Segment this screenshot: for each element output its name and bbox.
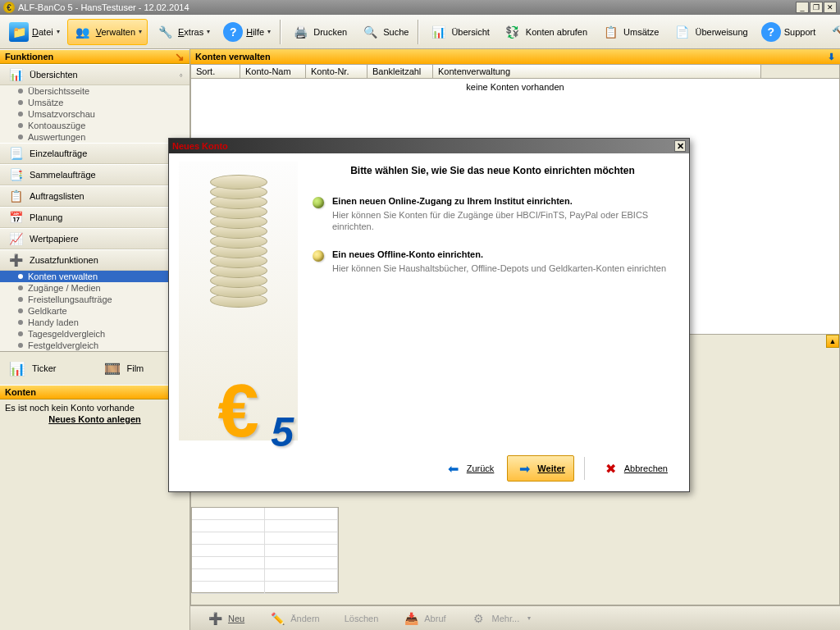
nav-einzelauftraege[interactable]: 📃 Einzelaufträge	[0, 143, 189, 164]
help-icon: ?	[223, 22, 243, 42]
folder-icon: 📁	[9, 22, 29, 42]
option-online-title[interactable]: Einen neuen Online-Zugang zu Ihrem Insti…	[332, 196, 673, 206]
nav-item[interactable]: Geldkarte	[0, 305, 189, 317]
suche-button[interactable]: 🔍 Suche	[354, 19, 414, 45]
euro-logo-icon: €5	[179, 381, 298, 441]
datei-menu[interactable]: 📁 Datei▾	[3, 19, 66, 45]
aendern-button[interactable]: ✏️ Ändern	[269, 610, 319, 627]
scroll-up-button[interactable]: ▲	[826, 335, 839, 348]
column-header[interactable]: Kontenverwaltung	[433, 65, 761, 78]
option-offline[interactable]: Ein neues Offline-Konto einrichten. Hier…	[313, 249, 673, 274]
plus-icon: ➕	[7, 253, 25, 267]
refresh-icon: 💱	[503, 22, 523, 42]
dialog-close-button[interactable]: ✕	[674, 140, 686, 152]
maximize-button[interactable]: ❐	[810, 2, 823, 13]
nav-sammelauftraege[interactable]: 📑 Sammelaufträge	[0, 164, 189, 185]
users-icon: 👥	[73, 22, 93, 42]
column-header[interactable]: Konto-Nam	[240, 65, 306, 78]
nav-zusatz[interactable]: ➕ Zusatzfunktionen	[0, 249, 189, 271]
ticker-button[interactable]: 📊 Ticker	[0, 352, 95, 385]
nav-auftragslisten[interactable]: 📋 Auftragslisten	[0, 185, 189, 207]
nav-item[interactable]: Übersichtsseite	[0, 85, 189, 97]
support-icon: ?	[761, 22, 781, 42]
arrow-left-icon: ⬅	[445, 460, 462, 477]
abbrechen-button[interactable]: ✖ Abbrechen	[595, 456, 676, 481]
bullet-icon	[18, 331, 23, 336]
minimize-button[interactable]: _	[796, 2, 809, 13]
nav-item[interactable]: Auswertungen	[0, 131, 189, 143]
nav-item[interactable]: Freistellungsaufträge	[0, 294, 189, 305]
konten-abrufen-button[interactable]: 💱 Konten abrufen	[497, 19, 593, 45]
collapse-icon: ↘	[175, 50, 185, 63]
loeschen-button[interactable]: Löschen	[345, 614, 379, 623]
weiter-button[interactable]: ➡ Weiter	[507, 455, 573, 482]
funktionen-header[interactable]: Funktionen ↘	[0, 49, 189, 64]
printer-icon: 🖨️	[290, 22, 310, 42]
nav-item[interactable]: Konten verwalten	[0, 271, 189, 282]
option-online[interactable]: Einen neuen Online-Zugang zu Ihrem Insti…	[313, 196, 673, 233]
nav-planung[interactable]: 📅 Planung	[0, 207, 189, 228]
zurueck-button[interactable]: ⬅ Zurück	[437, 456, 503, 481]
bullet-icon	[18, 297, 23, 302]
nav-item[interactable]: Tagesgeldvergleich	[0, 328, 189, 340]
bullet-icon	[18, 320, 23, 325]
calendar-icon: 📅	[7, 210, 25, 225]
nav-uebersichten[interactable]: 📊 Übersichten ⬨	[0, 64, 189, 85]
table-empty-message: keine Konten vorhanden	[191, 79, 839, 95]
support-button[interactable]: ? Support	[756, 19, 822, 45]
app-icon: €	[3, 2, 15, 13]
column-header[interactable]: Sort.	[191, 65, 240, 78]
bullet-green-icon	[313, 197, 324, 208]
film-icon: 🎞️	[101, 359, 124, 377]
list-icon: 📋	[600, 22, 620, 42]
cancel-icon: ✖	[603, 460, 619, 477]
stocks-icon: 📈	[7, 231, 25, 246]
nav-item[interactable]: Umsatzvorschau	[0, 108, 189, 120]
extras-menu[interactable]: 🔧 Extras▾	[149, 19, 216, 45]
dialog-heading: Bitte wählen Sie, wie Sie das neue Konto…	[313, 165, 673, 176]
uebersicht-button[interactable]: 📊 Übersicht	[422, 19, 495, 45]
transfer-icon: 📄	[673, 22, 692, 42]
drucken-button[interactable]: 🖨️ Drucken	[285, 19, 353, 45]
konten-header[interactable]: Konten	[0, 385, 189, 399]
expand-icon[interactable]: ⬇	[828, 52, 835, 62]
tools-icon: 🔨	[829, 22, 840, 42]
nav-item[interactable]: Zugänge / Medien	[0, 282, 189, 294]
neu-button[interactable]: ➕ Neu	[207, 610, 244, 627]
bullet-icon	[18, 274, 23, 279]
search-icon: 🔍	[360, 22, 380, 42]
bullet-yellow-icon	[313, 250, 324, 262]
clipboard-icon: 📋	[7, 189, 25, 203]
abruf-button[interactable]: 📥 Abruf	[403, 610, 445, 627]
edit-icon: ✏️	[269, 610, 285, 627]
option-offline-title[interactable]: Ein neues Offline-Konto einrichten.	[332, 249, 673, 259]
wrench-icon: 🔧	[155, 22, 175, 42]
nav-wertpapiere[interactable]: 📈 Wertpapiere	[0, 228, 189, 249]
column-header[interactable]: Konto-Nr.	[306, 65, 368, 78]
bullet-icon	[18, 112, 23, 116]
umsaetze-button[interactable]: 📋 Umsätze	[595, 19, 664, 45]
close-button[interactable]: ✕	[824, 2, 837, 13]
neues-konto-link[interactable]: Neues Konto anlegen	[5, 414, 185, 424]
bullet-icon	[18, 285, 23, 290]
konten-empty-text: Es ist noch kein Konto vorhande	[5, 403, 185, 413]
anpassen-button[interactable]: 🔨 Anp	[823, 19, 840, 45]
ueberweisung-button[interactable]: 📄 Überweisung	[667, 19, 754, 45]
dialog-titlebar: Neues Konto ✕	[169, 139, 689, 153]
nav-item[interactable]: Umsätze	[0, 97, 189, 108]
mehr-button[interactable]: ⚙ Mehr...▾	[471, 610, 532, 627]
dialog-sidebar-image: €5	[179, 162, 298, 441]
verwalten-menu[interactable]: 👥 Verwalten▾	[67, 19, 148, 45]
content-header: Konten verwalten ⬇	[190, 49, 840, 64]
nav-item[interactable]: Handy laden	[0, 317, 189, 328]
nav-item[interactable]: Festgeldvergleich	[0, 340, 189, 351]
dialog-title: Neues Konto	[172, 141, 228, 151]
bullet-icon	[18, 308, 23, 313]
bullet-icon	[18, 89, 23, 94]
hilfe-menu[interactable]: ? Hilfe▾	[217, 19, 276, 45]
bullet-icon	[18, 100, 23, 105]
bullet-icon	[18, 343, 23, 348]
table-header: Sort.Konto-NamKonto-Nr.BankleitzahlKonte…	[191, 65, 839, 79]
column-header[interactable]: Bankleitzahl	[368, 65, 433, 78]
nav-item[interactable]: Kontoauszüge	[0, 120, 189, 131]
